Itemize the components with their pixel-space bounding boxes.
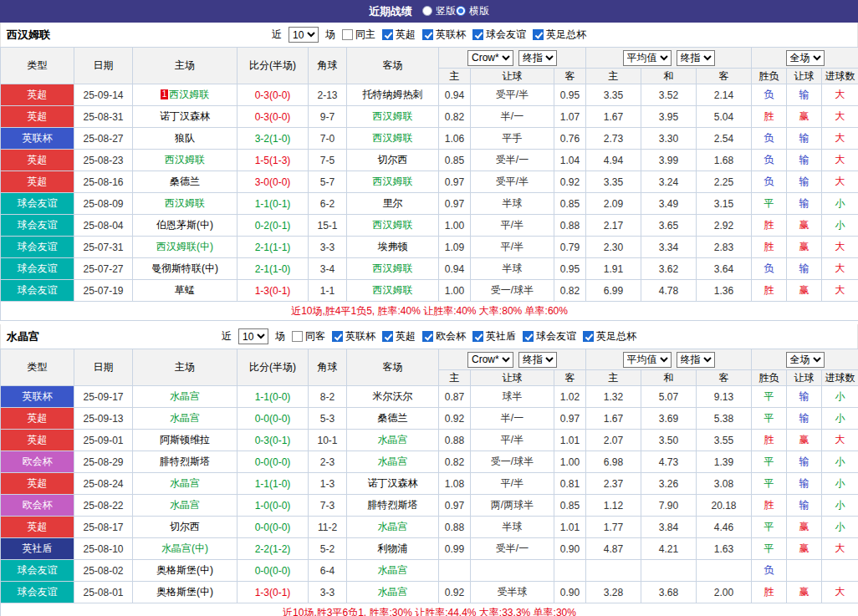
checkbox-checked-icon bbox=[472, 29, 483, 40]
goals-result-cell: 大 bbox=[822, 430, 858, 451]
handicap-cell: 受平/半 bbox=[471, 84, 554, 106]
away-team-name: 托特纳姆热刺 bbox=[363, 89, 423, 100]
league-filter[interactable]: 球会友谊 bbox=[523, 329, 576, 344]
league-filter[interactable]: 英足总杯 bbox=[533, 28, 586, 42]
home-team-name: 曼彻斯特联(中) bbox=[151, 262, 218, 274]
euro-away-odds: 4.46 bbox=[697, 517, 752, 538]
date-cell: 25-09-17 bbox=[74, 386, 133, 408]
away-team-cell: 水晶宫 bbox=[347, 582, 439, 603]
summary-text: 近10场,胜4平1负5, 胜率:40% 让胜率:40% 大率:80% 单率:60… bbox=[1, 302, 858, 321]
average-odds-select[interactable]: 平均值 bbox=[623, 50, 672, 66]
handicap-cell: 受一/球半 bbox=[471, 280, 554, 302]
asia-away-odds: 0.82 bbox=[554, 280, 586, 302]
league-filter-label: 欧会杯 bbox=[436, 329, 466, 344]
odds-provider-select[interactable]: Crow* bbox=[467, 352, 513, 368]
league-filter[interactable]: 英足总杯 bbox=[583, 329, 636, 344]
full-match-select[interactable]: 全场 bbox=[786, 352, 825, 368]
away-team-cell: 西汉姆联 bbox=[347, 128, 439, 150]
full-match-select[interactable]: 全场 bbox=[786, 50, 825, 66]
euro-draw-odds: 7.90 bbox=[641, 495, 697, 517]
home-team-cell: 水晶宫 bbox=[133, 408, 237, 430]
corner-cell: 6-2 bbox=[309, 193, 347, 215]
league-filter[interactable]: 英社盾 bbox=[472, 329, 516, 344]
odds-provider-select[interactable]: Crow* bbox=[467, 50, 513, 66]
goals-result-cell: 小 bbox=[822, 386, 858, 408]
table-row: 英超25-08-16桑德兰3-0(0-0)5-7西汉姆联0.97受平/半0.92… bbox=[1, 171, 858, 193]
asia-home-odds: 0.88 bbox=[439, 517, 471, 538]
team-section: 水晶宫近10场同客英联杯英超欧会杯英社盾球会友谊英足总杯类型日期主场比分(半场)… bbox=[0, 324, 858, 616]
league-filter[interactable]: 球会友谊 bbox=[472, 28, 526, 42]
sub-column-header: 让球 bbox=[471, 370, 554, 386]
home-team-cell: 1西汉姆联 bbox=[133, 84, 237, 106]
asia-home-odds: 0.97 bbox=[439, 495, 471, 517]
checkbox-icon bbox=[342, 29, 353, 40]
final-index-select[interactable]: 终指 bbox=[518, 50, 557, 66]
away-team-cell: 腓特烈斯塔 bbox=[347, 495, 439, 517]
away-team-name: 桑德兰 bbox=[378, 412, 408, 424]
euro-draw-odds: 3.50 bbox=[641, 430, 697, 451]
summary-row: 近10场,胜4平1负5, 胜率:40% 让胜率:40% 大率:80% 单率:60… bbox=[1, 302, 858, 321]
league-filter[interactable]: 英超 bbox=[382, 329, 416, 344]
final-index-select[interactable]: 终指 bbox=[518, 352, 557, 368]
euro-home-odds bbox=[586, 560, 641, 582]
away-team-name: 西汉姆联 bbox=[373, 176, 413, 187]
same-venue-label: 同主 bbox=[355, 28, 375, 42]
home-team-name: 奥格斯堡(中) bbox=[156, 564, 213, 576]
date-cell: 25-07-31 bbox=[74, 237, 133, 258]
handicap-cell bbox=[471, 560, 554, 582]
recent-count-select[interactable]: 10 bbox=[238, 328, 268, 344]
away-team-name: 水晶宫 bbox=[378, 586, 408, 598]
checkbox-checked-icon bbox=[332, 331, 343, 342]
home-team-cell: 曼彻斯特联(中) bbox=[133, 258, 237, 280]
table-row: 英联杯25-08-27狼队3-2(1-0)7-0西汉姆联1.06平手0.762.… bbox=[1, 128, 858, 150]
table-row: 英联杯25-09-17水晶宫1-1(0-0)8-2米尔沃尔0.87球半1.021… bbox=[1, 386, 858, 408]
league-filter[interactable]: 欧会杯 bbox=[422, 329, 466, 344]
final-index-select[interactable]: 终指 bbox=[677, 50, 715, 66]
away-team-cell: 诺丁汉森林 bbox=[347, 473, 439, 495]
date-cell: 25-08-04 bbox=[74, 215, 133, 237]
filter-controls: 近10场同主英超英联杯球会友谊英足总杯 bbox=[272, 27, 586, 43]
goals-result-cell: 大 bbox=[822, 84, 858, 106]
home-team-name: 奥格斯堡(中) bbox=[156, 586, 213, 598]
games-label: 场 bbox=[325, 28, 335, 42]
corner-cell: 11-2 bbox=[309, 517, 347, 538]
table-row: 英超25-08-17切尔西0-0(0-0)11-2水晶宫0.88半球1.011.… bbox=[1, 517, 858, 538]
table-row: 欧会杯25-08-22水晶宫1-0(0-0)7-3腓特烈斯塔0.97两/两球半0… bbox=[1, 495, 858, 517]
score-cell: 0-2(0-1) bbox=[237, 215, 309, 237]
sub-column-header: 让球 bbox=[787, 69, 822, 84]
date-cell: 25-08-17 bbox=[74, 517, 133, 538]
final-index-select[interactable]: 终指 bbox=[677, 352, 715, 368]
win-loss-cell: 胜 bbox=[752, 430, 787, 451]
same-venue-filter[interactable]: 同主 bbox=[342, 28, 375, 42]
euro-away-odds: 3.64 bbox=[697, 258, 752, 280]
league-filter[interactable]: 英超 bbox=[382, 28, 416, 42]
average-odds-select[interactable]: 平均值 bbox=[623, 352, 672, 368]
same-venue-filter[interactable]: 同客 bbox=[292, 329, 325, 344]
euro-away-odds: 5.38 bbox=[697, 408, 752, 430]
asia-away-odds: 1.01 bbox=[554, 430, 586, 451]
asia-home-odds: 1.00 bbox=[439, 215, 471, 237]
home-team-cell: 西汉姆联 bbox=[133, 150, 237, 171]
sub-column-header: 让球 bbox=[471, 69, 554, 84]
column-header: 日期 bbox=[74, 349, 133, 386]
asia-home-odds: 0.92 bbox=[439, 582, 471, 603]
euro-draw-odds: 3.95 bbox=[641, 106, 697, 128]
home-team-cell: 西汉姆联(中) bbox=[133, 237, 237, 258]
win-loss-cell: 胜 bbox=[752, 495, 787, 517]
score-cell: 2-1(1-0) bbox=[237, 258, 309, 280]
league-filter-label: 英社盾 bbox=[486, 329, 516, 344]
asia-away-odds bbox=[554, 560, 586, 582]
recent-count-select[interactable]: 10 bbox=[289, 27, 319, 43]
layout-radio-horizontal[interactable]: 横版 bbox=[456, 4, 489, 18]
corner-cell: 15-1 bbox=[309, 215, 347, 237]
score-cell: 0-3(0-1) bbox=[237, 430, 309, 451]
league-filter[interactable]: 英联杯 bbox=[422, 28, 466, 42]
table-row: 球会友谊25-08-04伯恩茅斯(中)0-2(0-1)15-1西汉姆联1.00平… bbox=[1, 215, 858, 237]
layout-radio-vertical[interactable]: 竖版 bbox=[422, 4, 456, 18]
home-team-name: 草蜢 bbox=[175, 284, 195, 296]
home-team-name: 水晶宫 bbox=[170, 412, 200, 424]
score-cell: 1-0(0-0) bbox=[237, 495, 309, 517]
euro-away-odds: 3.15 bbox=[697, 193, 752, 215]
league-filter[interactable]: 英联杯 bbox=[332, 329, 375, 344]
league-filter-label: 英超 bbox=[396, 28, 416, 42]
